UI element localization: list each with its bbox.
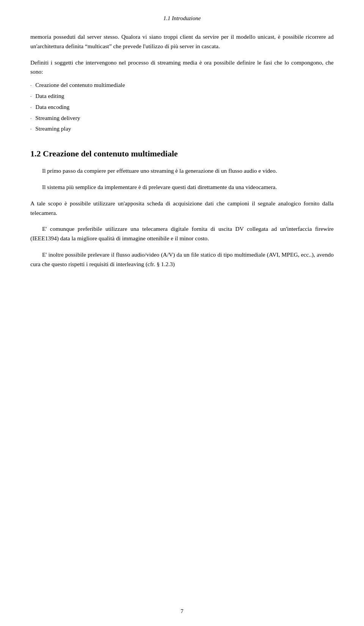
list-item-4-text: Streaming delivery bbox=[35, 114, 80, 123]
paragraph-7: E' inoltre possibile prelevare il flusso… bbox=[30, 250, 334, 269]
paragraph-3-text: Il primo passo da compiere per effettuar… bbox=[42, 167, 277, 174]
paragraph-4: Il sistema più semplice da implementare … bbox=[30, 183, 334, 192]
paragraph-5-text: A tale scopo è possibile utilizzare un'a… bbox=[30, 200, 334, 216]
bullet-icon-4: · bbox=[30, 115, 31, 123]
bullet-icon-1: · bbox=[30, 82, 31, 90]
paragraph-1-text: memoria posseduti dal server stesso. Qua… bbox=[30, 33, 334, 49]
paragraph-6: E' comunque preferibile utilizzare una t… bbox=[30, 224, 334, 243]
bullet-icon-3: · bbox=[30, 104, 31, 112]
page: 1.1 Introduzione memoria posseduti dal s… bbox=[0, 0, 364, 626]
list-item-2-text: Data editing bbox=[35, 91, 64, 101]
list-section: Definiti i soggetti che intervengono nel… bbox=[30, 58, 334, 134]
list-item: · Data encoding bbox=[30, 102, 334, 112]
paragraph-5: A tale scopo è possibile utilizzare un'a… bbox=[30, 199, 334, 218]
paragraph-3: Il primo passo da compiere per effettuar… bbox=[30, 166, 334, 176]
list-item-1-text: Creazione del contenuto multimediale bbox=[35, 80, 125, 90]
list-item: · Streaming play bbox=[30, 124, 334, 134]
page-header: 1.1 Introduzione bbox=[30, 15, 334, 22]
page-number: 7 bbox=[180, 608, 184, 615]
list-item: · Streaming delivery bbox=[30, 114, 334, 123]
list-item-3-text: Data encoding bbox=[35, 102, 69, 112]
list-item: · Creazione del contenuto multimediale bbox=[30, 80, 334, 90]
list-item: · Data editing bbox=[30, 91, 334, 101]
paragraph-1: memoria posseduti dal server stesso. Qua… bbox=[30, 32, 334, 51]
paragraph-6-text: E' comunque preferibile utilizzare una t… bbox=[30, 225, 334, 241]
list-item-5-text: Streaming play bbox=[35, 124, 71, 134]
header-title: 1.1 Introduzione bbox=[163, 15, 201, 21]
paragraph-7-text: E' inoltre possibile prelevare il flusso… bbox=[30, 251, 334, 267]
bullet-icon-2: · bbox=[30, 93, 31, 101]
list-intro-text: Definiti i soggetti che intervengono nel… bbox=[30, 59, 334, 75]
list-intro: Definiti i soggetti che intervengono nel… bbox=[30, 58, 334, 77]
paragraph-4-text: Il sistema più semplice da implementare … bbox=[42, 184, 277, 190]
bullet-icon-5: · bbox=[30, 125, 31, 133]
section-heading: 1.2 Creazione del contenuto multimediale bbox=[30, 149, 334, 159]
